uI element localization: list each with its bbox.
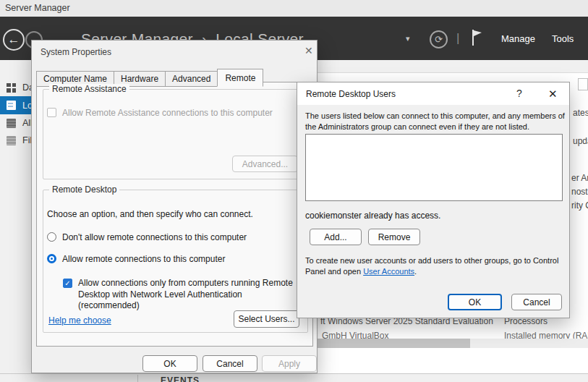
help-icon[interactable]: ? (516, 88, 522, 99)
refresh-button[interactable]: ⟳ (430, 30, 448, 48)
allow-remote-assistance-checkbox (47, 108, 56, 117)
cancel-button[interactable]: Cancel (203, 355, 257, 372)
refresh-icon: ⟳ (435, 34, 443, 45)
server-manager-window: Server Manager ← → Server Manager › Loca… (0, 0, 588, 382)
group-legend: Remote Assistance (49, 84, 129, 94)
dialog-title: System Properties (41, 47, 111, 57)
system-properties-dialog: System Properties ✕ Computer Name Hardwa… (31, 40, 318, 373)
bottom-strip (0, 373, 588, 382)
dialog-title: Remote Desktop Users (306, 89, 396, 99)
footer-note: To create new user accounts or add users… (305, 255, 570, 277)
bg-fragment: er Ar (571, 173, 588, 183)
header-divider: | (456, 31, 459, 46)
users-listbox[interactable] (305, 134, 563, 201)
manage-menu[interactable]: Manage (501, 33, 535, 44)
tab-advanced[interactable]: Advanced (165, 71, 218, 87)
apply-button: Apply (262, 355, 317, 372)
allow-remote-assistance-label: Allow Remote Assistance connections to t… (62, 108, 273, 118)
remove-button[interactable]: Remove (368, 229, 420, 245)
nla-checkbox[interactable]: ✓ (63, 279, 72, 288)
allow-remote-connections-radio[interactable] (47, 254, 56, 263)
file-storage-icon (7, 136, 16, 145)
bg-fragment: rity C (571, 200, 588, 211)
remote-desktop-users-dialog: Remote Desktop Users ? ✕ The users liste… (297, 82, 570, 318)
footer-suffix: . (414, 267, 417, 276)
deny-remote-connections-radio[interactable] (47, 232, 56, 242)
close-icon[interactable]: ✕ (304, 45, 313, 56)
tools-menu[interactable]: Tools (552, 33, 574, 44)
window-titlebar: Server Manager (0, 0, 588, 17)
panel-divider (137, 375, 138, 382)
dashboard-grid-icon (7, 83, 16, 93)
access-note: cookiemonster already has access. (305, 210, 440, 221)
all-servers-icon (7, 119, 16, 128)
back-button[interactable]: ← (3, 29, 25, 51)
select-users-button[interactable]: Select Users... (234, 310, 299, 328)
panel-corner-box (578, 78, 588, 90)
bg-fragment: nosti (571, 187, 588, 197)
group-legend: Remote Desktop (49, 184, 119, 195)
bg-fragment: ates (573, 108, 588, 118)
chevron-down-icon[interactable]: ▾ (406, 34, 410, 43)
help-me-choose-link[interactable]: Help me choose (48, 315, 111, 326)
allow-remote-connections-label[interactable]: Allow remote connections to this compute… (62, 254, 225, 264)
events-heading: EVENTS (161, 375, 200, 382)
remote-desktop-intro: Choose an option, and then specify who c… (47, 209, 253, 219)
user-accounts-link[interactable]: User Accounts (363, 267, 414, 276)
notifications-flag-icon[interactable] (470, 29, 483, 49)
footer-text: To create new user accounts or add users… (305, 256, 558, 276)
local-server-icon (7, 101, 16, 110)
add-button[interactable]: Add... (310, 229, 362, 245)
ok-button[interactable]: OK (448, 294, 502, 310)
tab-remote[interactable]: Remote (217, 69, 263, 87)
deny-remote-connections-label[interactable]: Don't allow remote connections to this c… (62, 232, 247, 242)
bg-fragment: upda (573, 136, 588, 146)
back-arrow-icon: ← (8, 33, 20, 47)
radio-dot (49, 256, 54, 261)
ok-button[interactable]: OK (142, 355, 197, 372)
close-icon[interactable]: ✕ (548, 88, 558, 101)
check-icon: ✓ (64, 279, 70, 287)
window-title: Server Manager (5, 3, 70, 13)
advanced-button: Advanced... (232, 156, 298, 172)
nla-checkbox-label[interactable]: Allow connections only from computers ru… (78, 278, 304, 312)
cancel-button[interactable]: Cancel (511, 294, 562, 310)
dialog-description: The users listed below can connect to th… (305, 111, 568, 132)
